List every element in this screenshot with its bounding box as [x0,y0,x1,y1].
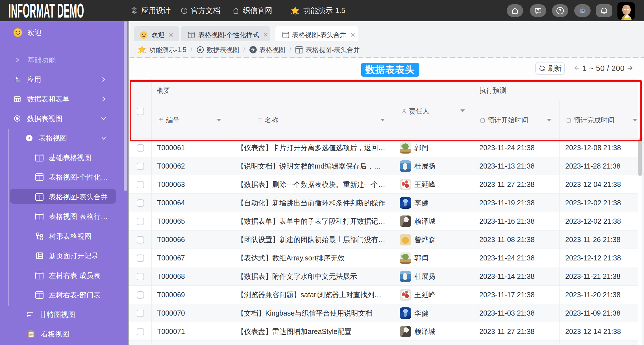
svg-text:?: ? [537,8,539,12]
svg-text:?: ? [559,8,562,13]
